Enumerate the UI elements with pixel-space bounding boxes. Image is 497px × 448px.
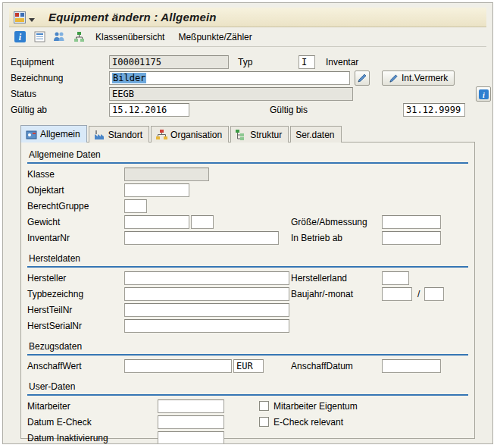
- selected-text: Bilder: [112, 73, 146, 83]
- title-bar: Equipment ändern : Allgemein: [9, 8, 486, 27]
- org-chart-icon: [156, 130, 167, 140]
- herstserialnr-row: HerstSerialNr: [27, 318, 468, 334]
- waehrung-input[interactable]: [233, 359, 264, 373]
- tab-ser-daten[interactable]: Ser.daten: [290, 126, 341, 143]
- tab-organisation[interactable]: Organisation: [151, 126, 229, 143]
- info-icon[interactable]: i: [12, 30, 27, 45]
- group-allgemeine-daten: Allgemeine Daten Klasse Objektart Berech…: [27, 149, 468, 246]
- anschaffdatum-input[interactable]: [382, 359, 441, 373]
- gewicht-row: Gewicht Größe/Abmessung: [27, 215, 468, 230]
- herstellerland-label: Herstellerland: [291, 271, 347, 286]
- messpunkte-zaehler-button[interactable]: Meßpunkte/Zähler: [173, 30, 256, 44]
- typbezeichng-input[interactable]: [124, 287, 289, 301]
- in-betrieb-ab-input[interactable]: [382, 231, 441, 245]
- datum-inaktivierung-row: Datum Inaktivierung: [27, 431, 468, 444]
- gueltig-ab-input[interactable]: [109, 103, 189, 117]
- baujahr-label: Baujahr/-monat: [291, 287, 353, 302]
- tab-label: Standort: [108, 130, 142, 140]
- echeck-relevant-checkbox[interactable]: [259, 417, 269, 427]
- edit-description-button[interactable]: [355, 70, 370, 86]
- anschaffwert-input[interactable]: [124, 359, 232, 373]
- baujahr-input[interactable]: [382, 287, 412, 301]
- tab-allgemein[interactable]: Allgemein: [20, 125, 87, 143]
- tab-label: Allgemein: [40, 129, 80, 139]
- window-icon[interactable]: [14, 11, 26, 23]
- allgemein-tab-icon: [26, 129, 37, 139]
- gueltig-row: Gültig ab Gültig bis: [11, 102, 485, 118]
- detail-list-icon[interactable]: [32, 30, 47, 45]
- partners-icon[interactable]: [52, 30, 67, 45]
- typ-label: Typ: [238, 55, 252, 70]
- objektart-row: Objektart: [27, 183, 468, 199]
- group-title: Bezugsdaten: [27, 340, 468, 356]
- herstteilnr-label: HerstTeilNr: [27, 302, 72, 318]
- datum-echeck-input[interactable]: [158, 415, 224, 429]
- in-betrieb-ab-label: In Betrieb ab: [291, 230, 342, 246]
- datum-echeck-row: Datum E-Check E-Check relevant: [27, 415, 468, 431]
- bezeichnung-input[interactable]: Bilder: [109, 71, 350, 85]
- groesse-label: Größe/Abmessung: [291, 215, 367, 230]
- berechtgruppe-input[interactable]: [124, 199, 147, 213]
- objektart-input[interactable]: [124, 183, 189, 197]
- anschaffwert-label: AnschaffWert: [27, 359, 82, 374]
- gewicht-input[interactable]: [124, 215, 189, 229]
- mitarbeiter-label: Mitarbeiter: [27, 399, 70, 414]
- datum-inaktivierung-input[interactable]: [158, 431, 224, 444]
- group-title: User-Daten: [27, 381, 468, 396]
- status-input[interactable]: [109, 87, 353, 101]
- tab-content-panel: Allgemeine Daten Klasse Objektart Berech…: [20, 142, 475, 439]
- tab-standort[interactable]: Standort: [89, 126, 149, 143]
- typbezeichng-label: Typbezeichng: [27, 287, 83, 302]
- bezeichnung-row: Bezeichnung Bilder Int.Vermerk: [11, 70, 485, 86]
- baujahr-separator: /: [417, 287, 420, 302]
- gewicht-einheit-input[interactable]: [191, 215, 214, 229]
- inventarnr-label: InventarNr: [27, 230, 70, 246]
- equipment-input[interactable]: [109, 55, 229, 69]
- window-menu-arrow-icon[interactable]: [29, 18, 35, 22]
- gewicht-label: Gewicht: [27, 215, 60, 230]
- group-title: Allgemeine Daten: [27, 149, 468, 164]
- herstserialnr-label: HerstSerialNr: [27, 318, 82, 334]
- herstteilnr-input[interactable]: [124, 303, 289, 317]
- echeck-relevant-label: E-Check relevant: [274, 415, 343, 430]
- page-title: Equipment ändern : Allgemein: [48, 11, 217, 23]
- typ-input[interactable]: [299, 55, 315, 69]
- tab-strip: Allgemein Standort Organisation Struktur…: [20, 124, 486, 142]
- group-user-daten: User-Daten Mitarbeiter Mitarbeiter Eigen…: [27, 381, 468, 444]
- application-toolbar: i Klassenübersicht Meßpunkte/Zähler: [9, 27, 486, 47]
- structure-list-icon[interactable]: [71, 30, 86, 45]
- klasse-row: Klasse: [27, 167, 468, 183]
- tab-label: Organisation: [170, 130, 222, 140]
- berechtgruppe-row: BerechtGruppe: [27, 199, 468, 215]
- hersteller-input[interactable]: [124, 271, 289, 285]
- klasse-input[interactable]: [124, 168, 209, 181]
- klassenuebersicht-button[interactable]: Klassenübersicht: [91, 30, 169, 44]
- tab-struktur[interactable]: Struktur: [230, 126, 289, 143]
- status-info-button[interactable]: i: [476, 86, 491, 102]
- inventarnr-input[interactable]: [124, 231, 279, 245]
- herstserialnr-input[interactable]: [124, 319, 289, 333]
- inventarnr-row: InventarNr In Betrieb ab: [27, 230, 468, 246]
- hersteller-row: Hersteller Herstellerland: [27, 271, 468, 287]
- gueltig-bis-label: Gültig bis: [270, 102, 308, 117]
- mitarbeiter-eigentum-label: Mitarbeiter Eigentum: [274, 399, 358, 414]
- herstellerland-input[interactable]: [382, 271, 409, 285]
- anschaffdatum-label: AnschaffDatum: [291, 359, 353, 374]
- int-vermerk-button[interactable]: Int.Vermerk: [382, 70, 455, 86]
- hersteller-label: Hersteller: [27, 271, 66, 286]
- header-form: Equipment Typ Inventar Bezeichnung Bilde…: [11, 55, 485, 118]
- int-vermerk-label: Int.Vermerk: [402, 73, 448, 83]
- datum-echeck-label: Datum E-Check: [27, 415, 92, 430]
- group-bezugsdaten: Bezugsdaten AnschaffWert AnschaffDatum: [27, 340, 468, 374]
- gueltig-bis-input[interactable]: [403, 103, 465, 117]
- groesse-input[interactable]: [382, 215, 441, 229]
- hierarchy-icon: [236, 130, 247, 140]
- bezeichnung-label: Bezeichnung: [11, 70, 63, 86]
- status-label: Status: [11, 86, 36, 102]
- herstteilnr-row: HerstTeilNr: [27, 302, 468, 318]
- baumonat-input[interactable]: [424, 287, 444, 301]
- typ-description: Inventar: [326, 55, 358, 70]
- mitarbeiter-eigentum-checkbox[interactable]: [259, 401, 269, 411]
- mitarbeiter-input[interactable]: [158, 399, 224, 413]
- gueltig-ab-label: Gültig ab: [11, 102, 47, 117]
